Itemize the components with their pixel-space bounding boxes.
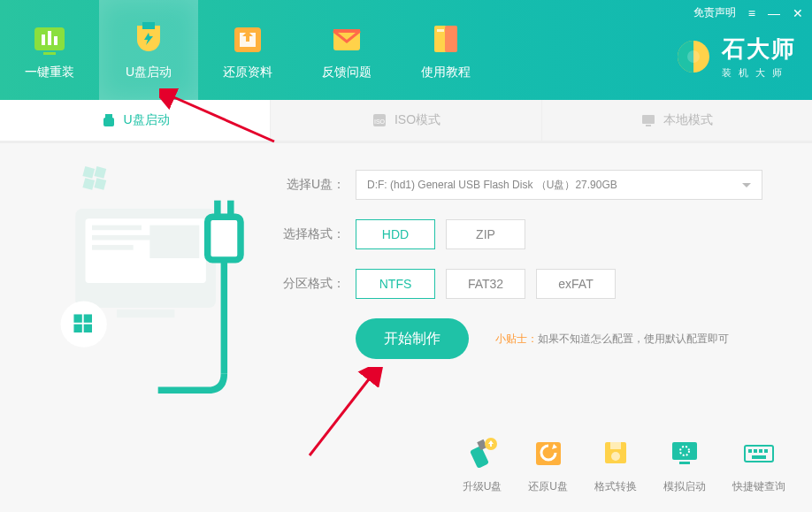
- svg-rect-1: [42, 34, 45, 45]
- nav-label: 使用教程: [421, 65, 471, 80]
- svg-point-13: [687, 50, 700, 63]
- svg-rect-5: [142, 22, 155, 29]
- nav-label: 反馈问题: [322, 65, 372, 80]
- keyboard-icon: [739, 433, 778, 472]
- svg-rect-4: [43, 52, 56, 55]
- header: 一键重装 U盘启动 还原资料 反馈问题 使用教程 免责声: [0, 0, 812, 100]
- nav-item-usb-boot[interactable]: U盘启动: [99, 0, 198, 100]
- restore-usb-icon: [529, 433, 568, 472]
- brand: 石大师 装机大师: [674, 34, 796, 80]
- usb-select-value: D:F: (hd1) General USB Flash Disk （U盘）27…: [367, 178, 617, 193]
- svg-rect-54: [754, 449, 757, 453]
- partition-option-exfat[interactable]: exFAT: [536, 269, 616, 299]
- svg-rect-51: [679, 462, 690, 464]
- format-option-zip[interactable]: ZIP: [446, 219, 525, 249]
- tab-local-mode[interactable]: 本地模式: [542, 100, 812, 141]
- tool-simulate-boot[interactable]: 模拟启动: [663, 433, 706, 494]
- partition-option-ntfs[interactable]: NTFS: [356, 269, 435, 299]
- tab-label: U盘启动: [124, 112, 170, 128]
- monitor-boot-icon: [665, 433, 704, 472]
- format-label: 选择格式：: [283, 226, 345, 242]
- svg-rect-11: [445, 26, 457, 52]
- svg-rect-14: [105, 114, 112, 118]
- tool-upgrade-usb[interactable]: 升级U盘: [463, 433, 502, 494]
- minimize-icon[interactable]: —: [768, 6, 780, 20]
- tool-label: 还原U盘: [528, 479, 568, 494]
- tool-shortcut-lookup[interactable]: 快捷键查询: [732, 433, 785, 494]
- annotation-arrow-2: [292, 367, 425, 464]
- bottom-tools: 升级U盘 还原U盘 格式转换 模拟启动 快捷键查询: [463, 433, 785, 494]
- tab-label: ISO模式: [395, 112, 440, 128]
- nav-label: U盘启动: [126, 65, 172, 80]
- disk-icon: [596, 433, 635, 472]
- svg-rect-15: [103, 118, 114, 126]
- book-icon: [427, 20, 464, 57]
- tab-usb-boot[interactable]: U盘启动: [0, 100, 271, 141]
- bar-chart-icon: [31, 20, 68, 57]
- mail-icon: [328, 20, 365, 57]
- format-option-hdd[interactable]: HDD: [356, 219, 435, 249]
- window-controls: 免责声明 ≡ — ✕: [693, 5, 803, 20]
- monitor-icon: [640, 112, 656, 128]
- mode-tabs: U盘启动 ISO ISO模式 本地模式: [0, 100, 812, 141]
- close-icon[interactable]: ✕: [793, 6, 803, 20]
- nav: 一键重装 U盘启动 还原资料 反馈问题 使用教程: [0, 0, 495, 100]
- svg-rect-53: [748, 449, 752, 453]
- start-button[interactable]: 开始制作: [356, 318, 469, 359]
- tip-label: 小贴士：: [495, 332, 538, 345]
- svg-rect-19: [646, 125, 651, 126]
- partition-option-fat32[interactable]: FAT32: [446, 269, 525, 299]
- svg-line-41: [310, 376, 372, 455]
- usb-select-label: 选择U盘：: [283, 177, 345, 193]
- tab-iso-mode[interactable]: ISO ISO模式: [271, 100, 541, 141]
- content: 选择U盘： D:F: (hd1) General USB Flash Disk …: [0, 143, 812, 377]
- restore-icon: [229, 20, 266, 57]
- menu-icon[interactable]: ≡: [748, 6, 755, 20]
- tip: 小贴士：如果不知道怎么配置，使用默认配置即可: [495, 332, 729, 347]
- svg-rect-57: [752, 455, 766, 459]
- svg-rect-9: [333, 29, 360, 33]
- tool-label: 升级U盘: [463, 479, 502, 494]
- brand-logo-icon: [674, 37, 713, 76]
- svg-rect-18: [642, 115, 655, 124]
- svg-point-48: [611, 452, 620, 461]
- svg-rect-12: [437, 29, 444, 32]
- tool-label: 快捷键查询: [732, 479, 785, 494]
- tool-restore-usb[interactable]: 还原U盘: [528, 433, 568, 494]
- svg-rect-56: [764, 449, 768, 453]
- brand-subtitle: 装机大师: [722, 66, 796, 80]
- svg-text:ISO: ISO: [374, 118, 386, 125]
- svg-rect-3: [54, 36, 57, 45]
- tab-label: 本地模式: [663, 112, 713, 128]
- nav-item-restore[interactable]: 还原资料: [198, 0, 297, 100]
- nav-item-feedback[interactable]: 反馈问题: [297, 0, 396, 100]
- disclaimer-link[interactable]: 免责声明: [693, 5, 736, 20]
- usb-select[interactable]: D:F: (hd1) General USB Flash Disk （U盘）27…: [356, 170, 762, 200]
- svg-rect-49: [672, 442, 697, 460]
- tip-text: 如果不知道怎么配置，使用默认配置即可: [538, 332, 729, 345]
- iso-icon: ISO: [372, 112, 387, 128]
- svg-rect-55: [759, 449, 762, 453]
- upgrade-usb-icon: [463, 433, 502, 472]
- nav-item-reinstall[interactable]: 一键重装: [0, 0, 99, 100]
- brand-title: 石大师: [722, 34, 796, 65]
- svg-rect-47: [610, 442, 621, 449]
- usb-icon: [101, 112, 117, 128]
- tool-format-convert[interactable]: 格式转换: [594, 433, 637, 494]
- partition-label: 分区格式：: [283, 276, 345, 292]
- nav-label: 还原资料: [223, 65, 272, 80]
- svg-rect-42: [470, 446, 489, 469]
- svg-rect-52: [745, 446, 773, 462]
- tool-label: 格式转换: [594, 479, 637, 494]
- nav-item-tutorial[interactable]: 使用教程: [396, 0, 495, 100]
- svg-rect-2: [48, 31, 51, 45]
- tool-label: 模拟启动: [663, 479, 706, 494]
- nav-label: 一键重装: [25, 65, 74, 80]
- shield-usb-icon: [130, 20, 167, 57]
